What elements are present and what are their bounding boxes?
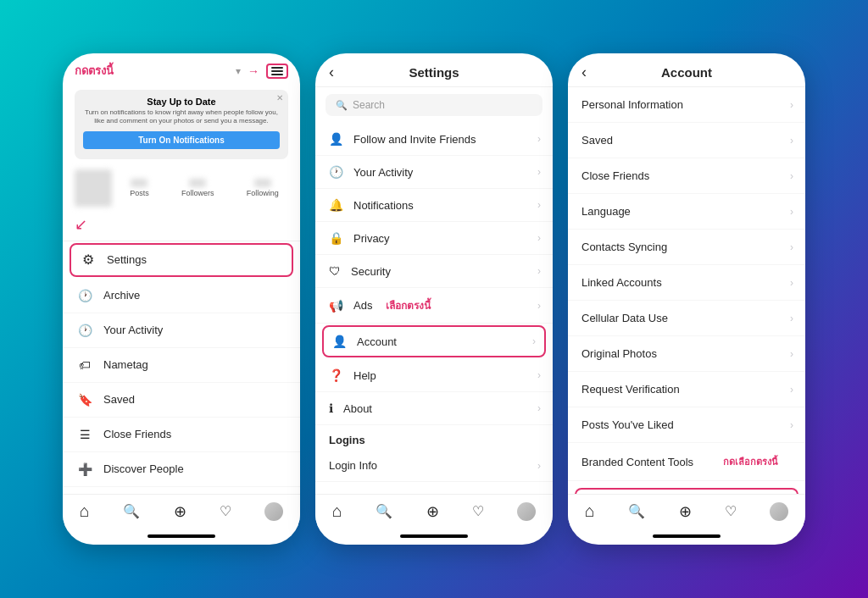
follow-icon: 👤 <box>329 132 343 146</box>
thai-label-top: กดตรงนี้ <box>75 62 114 80</box>
help-label: Help <box>353 369 376 382</box>
account-item-language[interactable]: Language › <box>568 194 805 230</box>
settings-item-privacy[interactable]: 🔒 Privacy › <box>315 222 553 255</box>
home-icon[interactable]: ⌂ <box>80 501 90 521</box>
ads-icon: 📢 <box>329 299 343 313</box>
discover-people-icon: ➕ <box>76 461 93 478</box>
account-item-request-verification[interactable]: Request Verification › <box>568 372 805 407</box>
heart-nav-icon[interactable]: ♡ <box>220 503 231 519</box>
menu-item-your-activity[interactable]: 🕐 Your Activity <box>63 313 300 348</box>
settings-item-ads[interactable]: 📢 Ads เลือกตรงนี้ › <box>315 288 553 324</box>
settings-header: ‹ Settings <box>315 53 553 87</box>
discover-people-label: Discover People <box>103 462 184 475</box>
your-activity-icon: 🕐 <box>76 322 93 339</box>
chevron-icon: › <box>537 232 541 244</box>
logins-section-header: Logins <box>315 425 553 450</box>
plus-nav-icon[interactable]: ⊕ <box>174 502 186 521</box>
heart-nav-icon-3[interactable]: ♡ <box>725 503 737 519</box>
account-item-posts-liked[interactable]: Posts You've Liked › <box>568 407 805 443</box>
bottom-nav-3: ⌂ 🔍 ⊕ ♡ <box>568 494 805 531</box>
saved-label: Saved <box>103 393 135 406</box>
chevron-icon: › <box>790 313 793 324</box>
settings-item-about[interactable]: ℹ About › <box>315 392 553 425</box>
close-friends-label: Close Friends <box>581 169 649 182</box>
chevron-icon: › <box>537 199 541 211</box>
account-item-saved[interactable]: Saved › <box>568 123 805 158</box>
settings-item-follow[interactable]: 👤 Follow and Invite Friends › <box>315 123 553 156</box>
chevron-icon: › <box>790 384 793 396</box>
chevron-icon: › <box>790 241 793 253</box>
settings-item-activity[interactable]: 🕐 Your Activity › <box>315 156 553 189</box>
heart-nav-icon-2[interactable]: ♡ <box>472 503 484 519</box>
menu-item-saved[interactable]: 🔖 Saved <box>63 383 300 418</box>
menu-item-close-friends[interactable]: ☰ Close Friends <box>63 418 300 452</box>
menu-list: ⚙ Settings 🕐 Archive 🕐 Your Activity 🏷 N… <box>63 243 300 487</box>
hamburger-button[interactable] <box>266 64 288 79</box>
plus-nav-icon-2[interactable]: ⊕ <box>426 502 439 521</box>
close-icon[interactable]: ✕ <box>276 93 283 102</box>
menu-item-archive[interactable]: 🕐 Archive <box>63 279 300 313</box>
home-icon-3[interactable]: ⌂ <box>585 501 595 521</box>
menu-item-nametag[interactable]: 🏷 Nametag <box>63 348 300 383</box>
back-button[interactable]: ‹ <box>329 64 334 81</box>
home-icon-2[interactable]: ⌂ <box>332 501 342 521</box>
archive-label: Archive <box>103 289 140 302</box>
search-nav-icon-2[interactable]: 🔍 <box>376 503 392 519</box>
account-item-original-photos[interactable]: Original Photos › <box>568 336 805 372</box>
your-activity-label: Your Activity <box>103 324 163 336</box>
about-icon: ℹ <box>329 401 333 415</box>
chevron-icon: › <box>790 99 793 111</box>
nav-avatar-2[interactable] <box>517 502 536 521</box>
menu-item-settings[interactable]: ⚙ Settings <box>70 243 293 277</box>
chevron-icon: › <box>537 369 541 381</box>
account-item-contacts[interactable]: Contacts Syncing › <box>568 230 805 265</box>
phone-2: ‹ Settings 🔍 Search 👤 Follow and Invite … <box>315 53 553 545</box>
profile-stats: Posts Followers Following <box>120 179 288 197</box>
plus-nav-icon-3[interactable]: ⊕ <box>679 502 692 521</box>
posts-liked-label: Posts You've Liked <box>581 418 674 431</box>
chevron-icon: › <box>790 206 793 218</box>
settings-item-security[interactable]: 🛡 Security › <box>315 255 553 288</box>
contacts-syncing-label: Contacts Syncing <box>581 241 667 253</box>
nav-avatar[interactable] <box>264 502 283 521</box>
nametag-label: Nametag <box>103 358 148 371</box>
settings-item-notifications[interactable]: 🔔 Notifications › <box>315 189 553 222</box>
chevron-icon: › <box>537 300 541 312</box>
arrow-right: → <box>248 64 259 78</box>
follow-label: Follow and Invite Friends <box>353 133 476 146</box>
search-placeholder: Search <box>353 99 385 111</box>
account-label: Account <box>357 335 397 348</box>
followers-count <box>189 179 206 187</box>
original-photos-label: Original Photos <box>581 347 657 360</box>
privacy-label: Privacy <box>353 232 390 245</box>
nav-avatar-3[interactable] <box>770 502 788 521</box>
archive-icon: 🕐 <box>76 287 93 304</box>
account-item-close-friends[interactable]: Close Friends › <box>568 158 805 194</box>
back-button-3[interactable]: ‹ <box>581 64 587 81</box>
dropdown-icon[interactable]: ▾ <box>236 65 241 77</box>
branded-content-label: Branded Content Tools <box>581 456 693 468</box>
account-item-cellular[interactable]: Cellular Data Use › <box>568 301 805 336</box>
close-friends-icon: ☰ <box>76 426 93 443</box>
bottom-nav-2: ⌂ 🔍 ⊕ ♡ <box>315 494 553 531</box>
chevron-icon: › <box>790 419 793 431</box>
settings-title: Settings <box>409 65 459 80</box>
settings-item-account[interactable]: 👤 Account › <box>322 325 546 357</box>
posts-count <box>131 179 147 187</box>
chevron-icon: › <box>532 335 536 347</box>
close-friends-label: Close Friends <box>103 428 171 440</box>
search-nav-icon-3[interactable]: 🔍 <box>628 503 645 519</box>
phone-3: ‹ Account Personal Information › Saved ›… <box>568 53 805 545</box>
search-bar[interactable]: 🔍 Search <box>326 94 542 116</box>
account-item-branded-content[interactable]: Branded Content Tools กดเลือกตรงนี้ <box>568 443 805 481</box>
menu-item-discover-people[interactable]: ➕ Discover People <box>63 452 300 487</box>
account-item-linked[interactable]: Linked Accounts › <box>568 265 805 301</box>
turn-on-button[interactable]: Turn On Notifications <box>83 131 280 149</box>
switch-professional-button[interactable]: Switch to Professional Account <box>575 488 798 494</box>
search-nav-icon[interactable]: 🔍 <box>123 503 140 519</box>
phone1-topbar: กดตรงนี้ ▾ → <box>63 53 300 85</box>
account-item-personal[interactable]: Personal Information › <box>568 87 805 123</box>
settings-item-login-info[interactable]: Login Info › <box>315 450 553 482</box>
settings-item-help[interactable]: ❓ Help › <box>315 359 553 392</box>
notif-desc: Turn on notifications to know right away… <box>83 108 280 126</box>
